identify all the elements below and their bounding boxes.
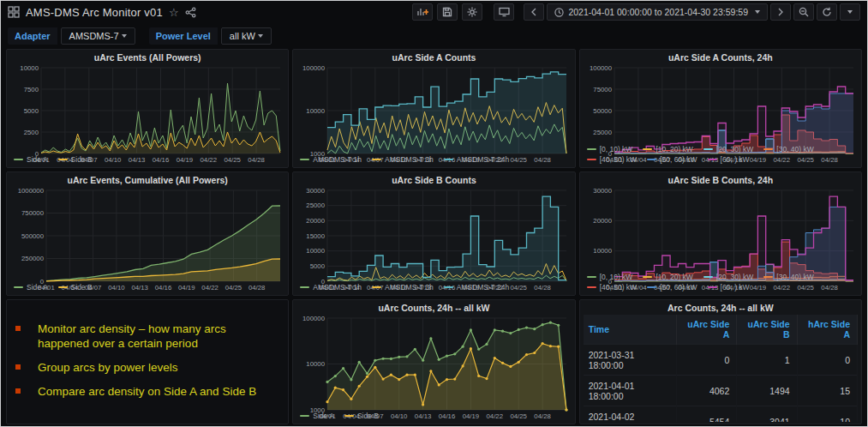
legend-item[interactable]: [50, 60) kW bbox=[647, 282, 697, 292]
legend-color-dash bbox=[372, 286, 381, 288]
cell-value: 0 bbox=[797, 345, 857, 376]
panel-title[interactable]: uArc Counts, 24h -- all kW bbox=[296, 302, 571, 315]
svg-text:100000: 100000 bbox=[302, 64, 326, 72]
legend-item[interactable]: AMSDMS-7 3h bbox=[372, 282, 434, 292]
panel-title[interactable]: uArc Side A Counts bbox=[296, 51, 571, 64]
legend-item[interactable]: [20, 30) kW bbox=[703, 272, 753, 282]
chart-uarc-counts-24h[interactable]: 04/0104/0404/0704/1004/1304/1604/1904/22… bbox=[296, 315, 571, 410]
svg-text:100000: 100000 bbox=[590, 64, 613, 72]
variable-select-adapter[interactable]: AMSDMS-7 bbox=[61, 27, 135, 45]
dashboard-settings-button[interactable] bbox=[462, 3, 482, 21]
column-header-uarc-side-b[interactable]: uArc Side B bbox=[737, 315, 797, 345]
legend-item[interactable]: [50, 60) kW bbox=[647, 154, 697, 165]
legend-item[interactable]: AMSDMS-7 1h bbox=[300, 282, 362, 292]
add-panel-button[interactable] bbox=[412, 3, 433, 21]
time-range-back-button[interactable] bbox=[524, 3, 544, 21]
legend-color-dash bbox=[444, 286, 453, 288]
panel-title[interactable]: uArc Side B Counts bbox=[296, 174, 571, 187]
chart-side-b-counts-24h[interactable]: 04/0104/0404/0704/1004/1304/1604/1904/22… bbox=[584, 187, 858, 271]
svg-text:10000: 10000 bbox=[307, 247, 326, 255]
legend-item[interactable]: [10, 20) kW bbox=[643, 144, 692, 154]
legend-item[interactable]: AMSDMS-7 24h bbox=[444, 282, 509, 292]
legend-color-dash bbox=[58, 159, 68, 160]
chart-legend: AMSDMS-7 1hAMSDMS-7 3hAMSDMS-7 24h bbox=[296, 153, 571, 165]
save-dashboard-button[interactable] bbox=[437, 3, 458, 21]
chart-side-a-counts-24h[interactable]: 04/0104/0404/0704/1004/1304/1604/1904/22… bbox=[584, 64, 858, 143]
legend-color-dash bbox=[703, 148, 713, 150]
legend-item[interactable]: Side B bbox=[58, 282, 93, 292]
cell-value: 0 bbox=[676, 345, 736, 376]
variable-select-power-level[interactable]: all kW bbox=[221, 27, 272, 45]
cell-value: 1 bbox=[737, 345, 797, 376]
legend-color-dash bbox=[344, 415, 354, 417]
panel-title[interactable]: uArc Events (All Powers) bbox=[10, 51, 284, 64]
svg-text:15000: 15000 bbox=[307, 232, 326, 240]
legend-item[interactable]: [60, ) kW bbox=[708, 282, 750, 292]
svg-text:5000: 5000 bbox=[310, 262, 326, 270]
legend-color-dash bbox=[708, 159, 717, 160]
panel-title[interactable]: uArc Events, Cumulative (All Powers) bbox=[10, 174, 284, 187]
legend-item[interactable]: [60, ) kW bbox=[708, 154, 750, 165]
chart-legend: Side ASide B bbox=[10, 281, 284, 293]
panel-title[interactable]: Arc Counts, 24h -- all kW bbox=[584, 302, 858, 315]
refresh-button[interactable] bbox=[817, 3, 837, 21]
legend-item[interactable]: Side A bbox=[14, 282, 48, 292]
panel-side-b-counts: uArc Side B Counts 04/0104/0404/0704/100… bbox=[292, 171, 575, 296]
star-icon[interactable]: ☆ bbox=[169, 7, 179, 18]
chart-side-b-counts[interactable]: 04/0104/0404/0704/1004/1304/1604/1904/22… bbox=[296, 187, 571, 281]
legend-item[interactable]: AMSDMS-7 24h bbox=[444, 154, 509, 165]
note-bullet: Monitor arc density – how many arcs happ… bbox=[14, 322, 279, 352]
chart-legend: [0, 10) kW[10, 20) kW[20, 30) kW[30, 40)… bbox=[584, 143, 858, 165]
chart-uarc-events-cumulative[interactable]: 04/0104/0404/0704/1004/1304/1604/1904/22… bbox=[10, 187, 284, 281]
cell-value: 10 bbox=[797, 406, 857, 423]
dashboard-title: AMS-DMS Arc Monitor v01 bbox=[26, 6, 163, 19]
column-header-harc-side-a[interactable]: hArc Side A bbox=[797, 315, 857, 345]
cycle-view-mode-button[interactable] bbox=[494, 3, 514, 21]
legend-item[interactable]: Side A bbox=[14, 154, 48, 165]
legend-item[interactable]: Side A bbox=[300, 411, 334, 421]
chart-uarc-events[interactable]: 04/0104/0404/0704/1004/1304/1604/1904/22… bbox=[10, 64, 284, 153]
chart-side-a-counts[interactable]: 04/0104/0404/0704/1004/1304/1604/1904/22… bbox=[296, 64, 571, 153]
legend-item[interactable]: [10, 20) kW bbox=[643, 272, 692, 282]
svg-text:7500: 7500 bbox=[24, 86, 39, 93]
chevron-down-icon bbox=[755, 10, 760, 14]
svg-text:2500: 2500 bbox=[24, 129, 39, 136]
legend-item[interactable]: [30, 40) kW bbox=[763, 144, 813, 154]
legend-item[interactable]: AMSDMS-7 1h bbox=[300, 154, 362, 165]
column-header-time[interactable]: Time bbox=[584, 315, 677, 345]
panel-title[interactable]: uArc Side B Counts, 24h bbox=[584, 174, 858, 187]
legend-color-dash bbox=[300, 286, 309, 288]
chart-legend: [0, 10) kW[10, 20) kW[20, 30) kW[30, 40)… bbox=[584, 271, 858, 293]
legend-item[interactable]: Side B bbox=[58, 154, 93, 165]
svg-text:25000: 25000 bbox=[593, 129, 612, 136]
legend-item[interactable]: [0, 10) kW bbox=[587, 272, 633, 282]
legend-item[interactable]: [0, 10) kW bbox=[587, 144, 633, 154]
share-icon[interactable] bbox=[185, 7, 196, 18]
legend-item[interactable]: AMSDMS-7 3h bbox=[372, 154, 434, 165]
cell-value: 15 bbox=[797, 376, 857, 406]
legend-item[interactable]: [40, 50) kW bbox=[587, 282, 637, 292]
legend-item[interactable]: Side B bbox=[344, 411, 379, 421]
legend-item[interactable]: [20, 30) kW bbox=[703, 144, 753, 154]
cell-value: 5454 bbox=[676, 406, 736, 423]
legend-color-dash bbox=[444, 159, 453, 160]
dashboards-grid-icon[interactable] bbox=[8, 6, 20, 18]
refresh-interval-dropdown[interactable] bbox=[840, 3, 860, 21]
cell-time: 2021-03-31 18:00:00 bbox=[584, 345, 677, 376]
time-range-forward-button[interactable] bbox=[770, 3, 791, 21]
chart-legend: Side ASide B bbox=[296, 410, 571, 422]
legend-color-dash bbox=[587, 159, 596, 160]
table-row: 2021-04-01 18:00:004062149415 bbox=[584, 376, 858, 406]
chevron-down-icon bbox=[122, 34, 127, 38]
panel-title[interactable]: uArc Side A Counts, 24h bbox=[584, 51, 858, 64]
svg-text:1000000: 1000000 bbox=[18, 187, 45, 195]
svg-text:500000: 500000 bbox=[21, 232, 45, 240]
legend-item[interactable]: [40, 50) kW bbox=[587, 154, 637, 165]
svg-text:25000: 25000 bbox=[307, 201, 326, 209]
zoom-out-time-button[interactable] bbox=[793, 3, 814, 21]
variable-label-power-level: Power Level bbox=[149, 27, 218, 45]
time-range-picker[interactable]: 2021-04-01 00:00:00 to 2021-04-30 23:59:… bbox=[547, 3, 768, 21]
column-header-uarc-side-a[interactable]: uArc Side A bbox=[676, 315, 736, 345]
chart-legend: Side ASide B bbox=[10, 153, 284, 165]
legend-item[interactable]: [30, 40) kW bbox=[763, 272, 813, 282]
